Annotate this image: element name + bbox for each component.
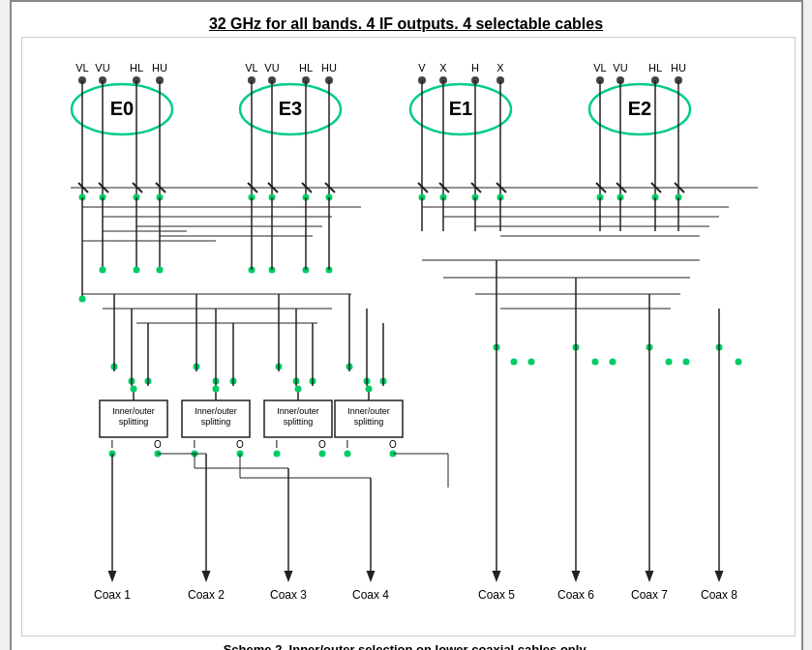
splitter-4-label2: splitting <box>353 417 383 427</box>
e1-label: E1 <box>448 98 471 119</box>
e1-x2-label: X <box>496 62 504 74</box>
splitter-3-label2: splitting <box>283 417 313 427</box>
e0-hu-label: HU <box>152 62 167 74</box>
e0-vl-label: VL <box>75 62 88 74</box>
splitter-4-label: Inner/outer <box>347 406 390 416</box>
e2-label: E2 <box>627 98 650 119</box>
splitter-top-dot-1 <box>130 386 136 393</box>
r-dot-8 <box>665 359 672 366</box>
e0-label: E0 <box>109 98 133 119</box>
box1-i-label: I <box>110 439 113 450</box>
r-dot-9 <box>682 359 689 366</box>
splitter-top-dot-3 <box>294 386 301 393</box>
switch2-3 <box>133 267 139 274</box>
e2-hu-label: HU <box>671 62 686 74</box>
e2-vu-label: VU <box>613 62 627 74</box>
diagram-title: 32 GHz for all bands. 4 IF outputs. 4 se… <box>21 15 792 33</box>
e0-vu-label: VU <box>95 62 109 74</box>
box4-i-label: I <box>346 439 348 450</box>
r-dot-2 <box>510 359 517 366</box>
splitter-3-label: Inner/outer <box>277 406 319 416</box>
diagram-caption: Scheme 2. Inner/outer selection on lower… <box>21 642 792 650</box>
e1-h-label: H <box>471 62 479 74</box>
splitter-2-label: Inner/outer <box>195 406 237 416</box>
e3-vu-label: VU <box>264 62 279 74</box>
e1-x1-label: X <box>439 62 447 74</box>
switch2-4 <box>156 267 163 274</box>
splitter-2-label2: splitting <box>200 417 230 427</box>
r-dot-11 <box>735 359 741 366</box>
coax8-label: Coax 8 <box>700 588 737 602</box>
coax4-label: Coax 4 <box>351 588 388 602</box>
coax7-label: Coax 7 <box>630 588 667 602</box>
r-dot-5 <box>591 359 598 366</box>
box2-i-label: I <box>193 439 195 450</box>
box4-o-label: O <box>389 439 397 450</box>
splitter-1-label: Inner/outer <box>112 406 155 416</box>
out-i-3 <box>273 451 280 458</box>
e2-vl-label: VL <box>593 62 606 74</box>
splitter-top-dot-2 <box>212 386 219 393</box>
e3-hu-label: HU <box>321 62 337 74</box>
splitter-1-label2: splitting <box>118 417 148 427</box>
coax1-label: Coax 1 <box>93 588 130 602</box>
main-container: 32 GHz for all bands. 4 IF outputs. 4 se… <box>10 0 803 650</box>
coax5-label: Coax 5 <box>477 588 514 602</box>
box2-o-label: O <box>236 439 244 450</box>
switch2-2 <box>99 267 105 274</box>
e3-vl-label: VL <box>245 62 257 74</box>
coax3-label: Coax 3 <box>269 588 306 602</box>
e0-hl-label: HL <box>129 62 142 74</box>
out-o-3 <box>318 451 325 458</box>
e2-hl-label: HL <box>647 62 661 74</box>
box3-o-label: O <box>318 439 326 450</box>
coax2-label: Coax 2 <box>187 588 224 602</box>
e3-hl-label: HL <box>298 62 312 74</box>
splitter-top-dot-4 <box>365 386 372 393</box>
box1-o-label: O <box>154 439 162 450</box>
switch2-1 <box>78 296 85 303</box>
e1-v-label: V <box>418 62 426 74</box>
box3-i-label: I <box>275 439 278 450</box>
out-i-4 <box>344 451 350 458</box>
r-dot-6 <box>609 359 616 366</box>
e3-label: E3 <box>278 98 301 119</box>
coax6-label: Coax 6 <box>556 588 593 602</box>
diagram-area: VL VU HL HU VL VU HL HU V X H X VL VU HL… <box>21 37 796 636</box>
r-dot-3 <box>527 359 534 366</box>
